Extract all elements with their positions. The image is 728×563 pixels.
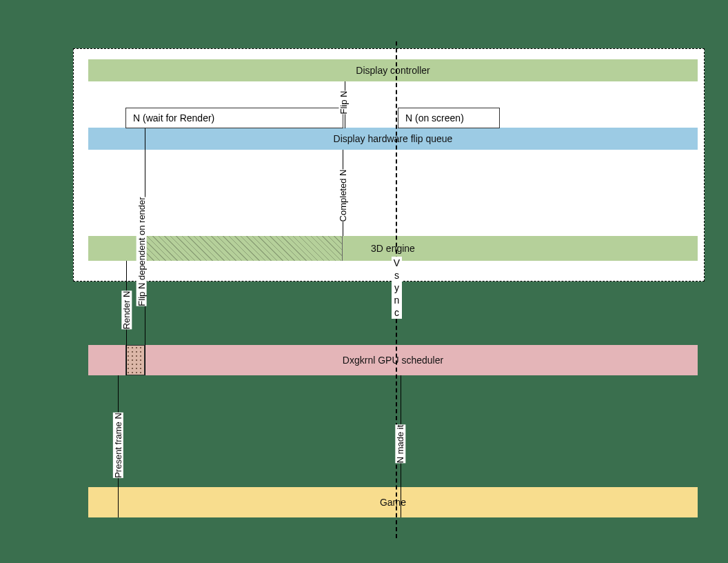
label-completed-n: Completed N — [338, 170, 348, 222]
box-label: N (wait for Render) — [133, 112, 214, 124]
scheduler-packet — [125, 345, 145, 375]
vsync-char-c: c — [392, 306, 402, 319]
lane-label: Game — [380, 497, 406, 508]
box-wait-for-render: N (wait for Render) — [125, 108, 343, 128]
lane-scheduler: Dxgkrnl GPU scheduler — [88, 345, 698, 375]
vsync-char-n: n — [392, 294, 402, 306]
label-present-frame-n: Present frame N — [113, 413, 123, 478]
vsync-char-v: V — [392, 257, 402, 269]
lane-label: 3D engine — [371, 243, 415, 254]
label-flip-n: Flip N — [338, 91, 349, 115]
lane-display-controller: Display controller — [88, 59, 698, 81]
label-n-made-it: N made it — [395, 425, 405, 464]
lane-label: Display hardware flip queue — [334, 133, 453, 144]
box-on-screen: N (on screen) — [398, 108, 500, 128]
diagram-canvas: { "lanes": { "display_controller": "Disp… — [0, 0, 728, 563]
lane-game: Game — [88, 487, 698, 517]
label-flip-dependent: Flip N dependent on render — [136, 197, 147, 306]
box-label: N (on screen) — [405, 112, 464, 124]
lane-flip-queue: Display hardware flip queue — [88, 128, 698, 150]
label-render-n: Render N — [121, 291, 132, 330]
lane-label: Display controller — [356, 65, 429, 76]
vsync-char-y: y — [392, 282, 402, 294]
lane-label: Dxgkrnl GPU scheduler — [343, 355, 443, 366]
render-active-region — [141, 236, 343, 261]
vsync-char-s: s — [392, 269, 402, 282]
